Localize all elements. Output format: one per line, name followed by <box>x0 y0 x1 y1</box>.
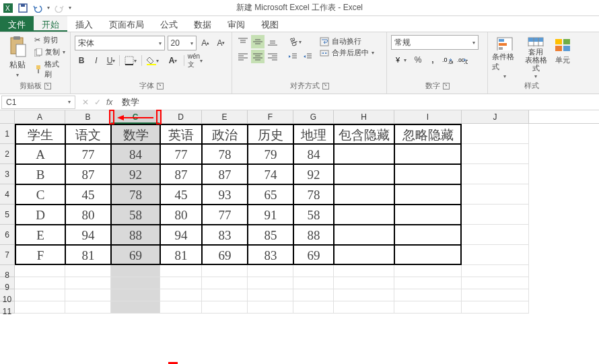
font-size-combo[interactable]: 20▾ <box>168 36 197 50</box>
cell[interactable]: 78 <box>293 184 334 205</box>
cell[interactable] <box>334 164 394 184</box>
cell[interactable] <box>65 265 111 277</box>
row-header[interactable]: 4 <box>0 184 15 205</box>
redo-icon[interactable] <box>54 3 65 13</box>
cell[interactable] <box>202 277 248 289</box>
format-as-table-button[interactable]: 套用 表格格式▾ <box>523 35 549 79</box>
cell[interactable]: 69 <box>111 245 160 265</box>
cell[interactable]: D <box>15 205 65 225</box>
underline-button[interactable]: U▾ <box>104 54 118 67</box>
cell[interactable]: 忽略隐藏 <box>394 124 462 144</box>
cell[interactable]: 英语 <box>160 124 202 144</box>
cell[interactable] <box>394 289 462 301</box>
tab-view[interactable]: 视图 <box>253 16 287 32</box>
cell[interactable]: 79 <box>248 144 293 164</box>
cell[interactable] <box>394 265 462 277</box>
align-left-button[interactable] <box>236 50 250 63</box>
tab-review[interactable]: 审阅 <box>219 16 253 32</box>
tab-insert[interactable]: 插入 <box>67 16 101 32</box>
cell[interactable] <box>462 184 529 205</box>
tab-layout[interactable]: 页面布局 <box>101 16 152 32</box>
cell[interactable] <box>462 124 529 144</box>
orientation-button[interactable]: ab▾ <box>286 35 305 48</box>
cell[interactable]: 77 <box>202 205 248 225</box>
cell[interactable]: 58 <box>293 205 334 225</box>
cell[interactable]: 83 <box>202 225 248 245</box>
format-painter-button[interactable]: 格式刷 <box>34 59 66 79</box>
cell[interactable]: 83 <box>248 245 293 265</box>
cell[interactable] <box>334 277 394 289</box>
cell[interactable] <box>15 289 65 301</box>
cell[interactable] <box>462 245 529 265</box>
formula-input[interactable]: 数学 <box>118 96 599 108</box>
cell[interactable] <box>334 301 394 314</box>
row-header[interactable]: 10 <box>0 289 15 301</box>
undo-dropdown-icon[interactable]: ▾ <box>47 5 50 11</box>
select-all-corner[interactable] <box>0 110 15 123</box>
cell[interactable]: 93 <box>202 184 248 205</box>
copy-button[interactable]: 复制▾ <box>34 47 66 57</box>
column-header[interactable]: I <box>394 110 462 123</box>
cell[interactable] <box>394 301 462 314</box>
fx-icon[interactable]: fx <box>106 98 112 107</box>
cell[interactable] <box>293 289 334 301</box>
column-header[interactable]: E <box>202 110 248 123</box>
cell[interactable]: 84 <box>111 144 160 164</box>
cell[interactable]: 92 <box>293 164 334 184</box>
cancel-icon[interactable]: ✕ <box>82 98 89 107</box>
cell[interactable]: 84 <box>293 144 334 164</box>
align-right-button[interactable] <box>266 50 279 63</box>
cell[interactable] <box>202 265 248 277</box>
tab-data[interactable]: 数据 <box>186 16 219 32</box>
cell[interactable] <box>160 265 202 277</box>
column-header[interactable]: D <box>160 110 202 123</box>
cell[interactable] <box>334 184 394 205</box>
grow-font-button[interactable]: A▴ <box>199 36 212 50</box>
cell[interactable]: 87 <box>202 164 248 184</box>
cell[interactable] <box>334 225 394 245</box>
cell[interactable]: 77 <box>160 144 202 164</box>
name-box[interactable]: C1▾ <box>1 96 75 109</box>
cell[interactable]: 80 <box>65 205 111 225</box>
cell[interactable]: 87 <box>65 164 111 184</box>
cell[interactable] <box>160 277 202 289</box>
cell[interactable] <box>160 289 202 301</box>
cell[interactable] <box>65 301 111 314</box>
cell[interactable] <box>65 289 111 301</box>
cell[interactable] <box>394 205 462 225</box>
cell[interactable]: 94 <box>160 225 202 245</box>
fill-color-button[interactable]: ▾ <box>143 54 162 67</box>
decrease-indent-button[interactable] <box>286 50 300 63</box>
column-header[interactable]: G <box>293 110 334 123</box>
column-header[interactable]: F <box>248 110 293 123</box>
accounting-format-button[interactable]: ¥▾ <box>391 53 410 67</box>
cell[interactable]: 45 <box>160 184 202 205</box>
row-header[interactable]: 7 <box>0 245 15 265</box>
merge-center-button[interactable]: 合并后居中▾ <box>320 48 374 58</box>
cells-grid[interactable]: 学生语文数学英语政治历史地理包含隐藏忽略隐藏A778477787984B8792… <box>15 124 529 314</box>
paste-button[interactable]: 粘贴 ▾ <box>4 35 32 79</box>
cell[interactable] <box>394 225 462 245</box>
cell[interactable]: 80 <box>160 205 202 225</box>
tab-home[interactable]: 开始 <box>34 16 67 32</box>
cell[interactable]: 81 <box>160 245 202 265</box>
cell[interactable]: 74 <box>248 164 293 184</box>
cell[interactable]: 85 <box>248 225 293 245</box>
decrease-decimal-button[interactable]: .00.0 <box>456 53 469 67</box>
cell[interactable]: 88 <box>293 225 334 245</box>
cell[interactable]: 69 <box>293 245 334 265</box>
increase-indent-button[interactable] <box>301 50 314 63</box>
cell-styles-button[interactable]: 单元 <box>554 35 571 79</box>
number-format-combo[interactable]: 常规▾ <box>391 35 479 50</box>
cell[interactable] <box>293 265 334 277</box>
cell[interactable]: 政治 <box>202 124 248 144</box>
cell[interactable]: 78 <box>111 184 160 205</box>
conditional-format-button[interactable]: 条件格式▾ <box>492 35 518 79</box>
column-header[interactable]: H <box>334 110 394 123</box>
row-header[interactable]: 8 <box>0 265 15 277</box>
cell[interactable] <box>334 245 394 265</box>
cell[interactable]: 语文 <box>65 124 111 144</box>
cell[interactable]: A <box>15 144 65 164</box>
cell[interactable] <box>15 277 65 289</box>
row-header[interactable]: 2 <box>0 144 15 164</box>
